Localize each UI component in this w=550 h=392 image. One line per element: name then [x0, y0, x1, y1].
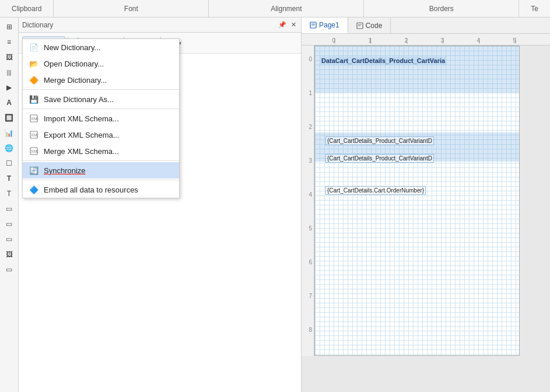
menu-item-import-xml-schema-label: Import XML Schema...: [44, 114, 119, 123]
side-mark-3: 3: [302, 131, 314, 164]
report-page: DataCart_CartDetails_Product_CartVaria {…: [315, 46, 519, 355]
left-icon-band1[interactable]: ▭: [1, 202, 17, 216]
left-icon-grid[interactable]: ⊞: [1, 20, 17, 34]
left-icon-text-a[interactable]: A: [1, 96, 17, 110]
left-icon-image[interactable]: 🖼: [1, 50, 17, 64]
dictionary-panel: Dictionary 📌 ✕ Actions ▾ 📋 ▾: [19, 18, 302, 392]
side-mark-2: 2: [302, 97, 314, 131]
synchronize-icon: 🔄: [29, 165, 39, 176]
pin-button[interactable]: 📌: [277, 21, 288, 29]
menu-item-new-dictionary-label: New Dictionary...: [44, 43, 100, 52]
report-item-3[interactable]: {Cart_CartDetails.Cart.OrderNumber}: [325, 186, 426, 195]
menu-item-synchronize-label: Synchronize: [44, 166, 86, 175]
menu-item-embed-all-label: Embed all data to resources: [44, 186, 138, 194]
report-item-2[interactable]: {Cart_CartDetails_Product_CartVariantD: [325, 154, 434, 163]
menu-item-synchronize[interactable]: 🔄 Synchronize: [23, 162, 179, 178]
menu-item-embed-all[interactable]: 🔷 Embed all data to resources: [23, 181, 179, 198]
export-xml-schema-icon: XML: [29, 130, 39, 140]
left-icon-rect[interactable]: 🔲: [1, 111, 17, 125]
menu-separator-3: [23, 160, 179, 161]
report-canvas[interactable]: DataCart_CartDetails_Product_CartVaria {…: [314, 46, 520, 356]
menu-item-merge-xml-schema[interactable]: XML Merge XML Schema...: [23, 143, 179, 159]
menu-item-export-xml-schema[interactable]: XML Export XML Schema...: [23, 127, 179, 143]
font-section: Font: [54, 0, 209, 17]
svg-text:XML: XML: [31, 117, 38, 121]
borders-label: Borders: [429, 5, 454, 13]
ruler-mark-3: 3: [408, 37, 444, 44]
open-dictionary-icon: 📂: [29, 58, 39, 69]
left-icon-barcode[interactable]: |||: [1, 65, 17, 79]
font-label: Font: [124, 5, 138, 13]
merge-xml-schema-icon: XML: [29, 146, 39, 156]
left-icon-t1[interactable]: T: [1, 172, 17, 186]
menu-item-import-xml-schema[interactable]: XML Import XML Schema...: [23, 110, 179, 127]
menu-item-open-dictionary-label: Open Dictionary...: [44, 60, 104, 68]
menu-item-save-dictionary-as[interactable]: 💾 Save Dictionary As...: [23, 91, 179, 107]
left-icon-band4[interactable]: ▭: [1, 262, 17, 276]
panel-controls: 📌 ✕: [277, 21, 297, 29]
menu-item-merge-dictionary-label: Merge Dictionary...: [44, 76, 107, 85]
left-icon-img2[interactable]: 🖼: [1, 247, 17, 261]
canvas-and-ruler: 0 1 2 3 4 5 6 7 8 DataCart_CartDetails_P…: [302, 46, 550, 356]
report-item-1-text: {Cart_CartDetails_Product_CartVariantD: [327, 138, 432, 144]
ruler-marks: 0 1 2 3 4 5: [307, 37, 516, 45]
left-iconbar: ⊞ ≡ 🖼 ||| ▶ A 🔲 📊 🌐 ☐ T T ▭ ▭ ▭ 🖼 ▭: [0, 18, 19, 392]
menu-item-new-dictionary[interactable]: 📄 New Dictionary...: [23, 39, 179, 55]
menu-separator-1: [23, 89, 179, 90]
panel-title: Dictionary: [22, 21, 53, 29]
menu-item-open-dictionary[interactable]: 📂 Open Dictionary...: [23, 55, 179, 72]
ruler-top: 0 1 2 3 4 5: [302, 34, 550, 46]
report-item-3-text: {Cart_CartDetails.Cart.OrderNumber}: [327, 187, 424, 194]
menu-item-merge-xml-schema-label: Merge XML Schema...: [44, 147, 119, 156]
left-icon-check[interactable]: ☐: [1, 156, 17, 170]
report-item-2-text: {Cart_CartDetails_Product_CartVariantD: [327, 155, 432, 162]
svg-text:XML: XML: [31, 133, 38, 137]
side-mark-1: 1: [302, 63, 314, 97]
menu-item-merge-dictionary[interactable]: 🔶 Merge Dictionary...: [23, 72, 179, 88]
ruler-mark-0: 0: [307, 37, 335, 44]
import-xml-schema-icon: XML: [29, 113, 39, 124]
borders-section: Borders: [364, 0, 519, 17]
report-tabs: Page1 Code: [302, 18, 550, 34]
left-icon-globe[interactable]: 🌐: [1, 141, 17, 155]
menu-item-save-dictionary-as-label: Save Dictionary As...: [44, 95, 114, 104]
tab-code[interactable]: Code: [348, 18, 391, 33]
close-button[interactable]: ✕: [290, 21, 297, 29]
report-header-label: DataCart_CartDetails_Product_CartVaria: [320, 57, 447, 65]
left-icon-chart[interactable]: 📊: [1, 126, 17, 140]
left-icon-band2[interactable]: ▭: [1, 217, 17, 231]
new-dictionary-icon: 📄: [29, 42, 39, 52]
save-dictionary-as-icon: 💾: [29, 94, 39, 104]
svg-text:XML: XML: [31, 149, 38, 153]
side-mark-6: 6: [302, 232, 314, 266]
panel-header: Dictionary 📌 ✕: [19, 18, 301, 33]
blue-band-top: [315, 46, 519, 93]
page1-tab-icon: [310, 22, 317, 29]
clipboard-label: Clipboard: [12, 5, 41, 13]
left-icon-t2[interactable]: T: [1, 187, 17, 201]
top-toolbar: Clipboard Font Alignment Borders Te: [0, 0, 550, 18]
report-area: Page1 Code 0 1 2 3 4 5: [302, 18, 550, 392]
menu-separator-4: [23, 180, 179, 180]
report-item-1[interactable]: {Cart_CartDetails_Product_CartVariantD: [325, 136, 434, 145]
ruler-mark-2: 2: [372, 37, 408, 44]
alignment-label: Alignment: [271, 5, 302, 13]
left-icon-list[interactable]: ≡: [1, 35, 17, 49]
side-mark-8: 8: [302, 300, 314, 334]
te-section: Te: [519, 0, 550, 17]
tab-page1-label: Page1: [319, 21, 339, 29]
tab-code-label: Code: [366, 22, 383, 30]
side-mark-5: 5: [302, 198, 314, 232]
side-mark-4: 4: [302, 164, 314, 198]
embed-all-icon: 🔷: [29, 184, 39, 195]
ruler-mark-1: 1: [335, 37, 372, 44]
tab-page1[interactable]: Page1: [302, 18, 348, 33]
side-ruler: 0 1 2 3 4 5 6 7 8: [302, 46, 314, 356]
menu-separator-2: [23, 108, 179, 109]
code-tab-icon: [356, 22, 363, 29]
ruler-mark-5: 5: [480, 37, 516, 44]
left-icon-arrow[interactable]: ▶: [1, 80, 17, 94]
alignment-section: Alignment: [209, 0, 364, 17]
menu-item-export-xml-schema-label: Export XML Schema...: [44, 131, 120, 139]
left-icon-band3[interactable]: ▭: [1, 232, 17, 246]
